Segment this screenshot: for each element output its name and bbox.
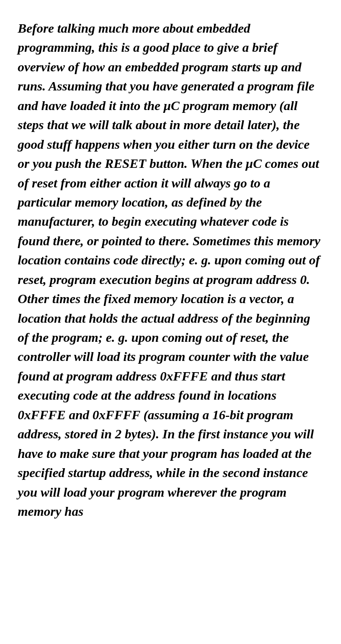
main-paragraph: Before talking much more about embedded … [18, 19, 323, 521]
